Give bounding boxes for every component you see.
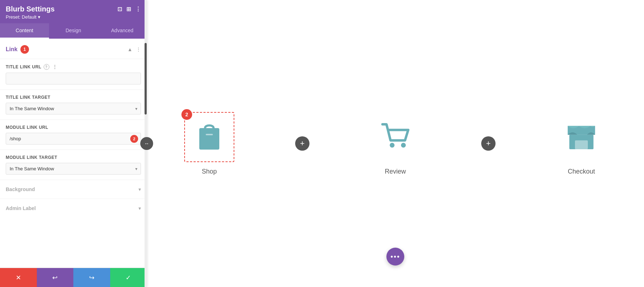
collapse-icon[interactable]: ▲ <box>127 47 132 52</box>
link-section-title: Link 1 <box>6 45 29 54</box>
fab-button[interactable]: ••• <box>386 248 404 266</box>
checkout-icon <box>565 120 597 154</box>
svg-point-3 <box>401 143 406 148</box>
admin-label-arrow: ▾ <box>138 205 141 211</box>
module-link-url-label: Module Link URL <box>6 125 141 130</box>
title-link-target-label: Title Link Target <box>6 95 141 100</box>
tab-advanced[interactable]: Advanced <box>98 23 147 39</box>
background-header[interactable]: Background ▾ <box>0 180 147 199</box>
background-section: Background ▾ <box>0 180 147 199</box>
admin-label-header[interactable]: Admin Label ▾ <box>0 199 147 218</box>
admin-label-title: Admin Label <box>6 205 36 211</box>
module-link-url-group: Module Link URL 2 <box>0 120 147 150</box>
sidebar: Blurb Settings ⊡ ⊞ ⋮ Preset: Default ▾ C… <box>0 0 147 287</box>
title-link-target-select[interactable]: In The Same Window In A New Tab <box>6 103 141 115</box>
tab-design[interactable]: Design <box>49 23 98 39</box>
shop-module-badge: 2 <box>181 109 192 120</box>
svg-rect-1 <box>206 134 213 135</box>
module-link-target-wrapper: In The Same Window In A New Tab <box>6 163 141 175</box>
admin-label-section: Admin Label ▾ <box>0 199 147 218</box>
sidebar-content: Link 1 ▲ ⋮ Title Link URL ? ⋮ Title Link… <box>0 39 147 268</box>
field-more-icon[interactable]: ⋮ <box>52 64 58 70</box>
sidebar-title-row: Blurb Settings ⊡ ⊞ ⋮ <box>6 5 141 13</box>
help-icon[interactable]: ? <box>44 64 49 70</box>
svg-rect-5 <box>575 140 588 149</box>
module-review[interactable]: Review <box>370 112 420 175</box>
review-label: Review <box>385 168 406 175</box>
module-link-url-badge: 2 <box>130 135 138 143</box>
preset-selector[interactable]: Preset: Default ▾ <box>6 14 141 20</box>
module-link-target-group: Module Link Target In The Same Window In… <box>0 150 147 180</box>
save-button[interactable]: ✓ <box>110 268 147 287</box>
redo-button[interactable]: ↪ <box>73 268 110 287</box>
svg-point-2 <box>390 143 395 148</box>
module-link-target-label: Module Link Target <box>6 155 141 160</box>
add-module-btn-1[interactable]: + <box>295 136 309 151</box>
sidebar-header: Blurb Settings ⊡ ⊞ ⋮ Preset: Default ▾ <box>0 0 147 23</box>
module-checkout[interactable]: Checkout <box>556 112 606 175</box>
link-section-header: Link 1 ▲ ⋮ <box>0 39 147 59</box>
drag-handle[interactable]: ↔ <box>140 137 153 150</box>
module-shop[interactable]: 2 Shop <box>184 112 234 175</box>
sidebar-tabs: Content Design Advanced <box>0 23 147 39</box>
sidebar-title: Blurb Settings <box>6 5 55 13</box>
module-link-target-select[interactable]: In The Same Window In A New Tab <box>6 163 141 175</box>
section-more-icon[interactable]: ⋮ <box>136 47 141 52</box>
title-link-target-group: Title Link Target In The Same Window In … <box>0 90 147 120</box>
preset-arrow: ▾ <box>38 14 40 20</box>
shop-icon-wrapper: 2 <box>184 112 234 162</box>
checkout-label: Checkout <box>568 168 595 175</box>
add-module-btn-2[interactable]: + <box>481 136 496 151</box>
main-canvas: 2 Shop + <box>147 0 644 287</box>
bottom-bar: ✕ ↩ ↪ ✓ <box>0 268 147 287</box>
link-badge: 1 <box>20 45 29 54</box>
section-controls: ▲ ⋮ <box>127 47 141 52</box>
title-link-url-input[interactable] <box>6 73 141 84</box>
shop-label: Shop <box>202 168 217 175</box>
tab-content[interactable]: Content <box>0 23 49 39</box>
title-link-target-wrapper: In The Same Window In A New Tab <box>6 103 141 115</box>
review-icon-wrapper <box>370 112 420 162</box>
columns-icon[interactable]: ⊞ <box>126 6 131 13</box>
module-link-url-input[interactable] <box>6 133 141 145</box>
title-link-url-label: Title Link URL ? ⋮ <box>6 64 141 70</box>
module-link-url-wrapper: 2 <box>6 133 141 145</box>
cancel-button[interactable]: ✕ <box>0 268 37 287</box>
undo-button[interactable]: ↩ <box>37 268 74 287</box>
background-arrow: ▾ <box>138 186 141 192</box>
checkout-icon-wrapper <box>556 112 606 162</box>
shop-icon <box>193 120 225 154</box>
sidebar-header-icons: ⊡ ⊞ ⋮ <box>117 6 141 13</box>
fab-label: ••• <box>390 253 400 261</box>
link-title-text: Link <box>6 46 18 53</box>
review-icon <box>379 120 411 154</box>
more-options-icon[interactable]: ⋮ <box>135 6 141 13</box>
background-title: Background <box>6 186 35 192</box>
title-link-url-group: Title Link URL ? ⋮ <box>0 59 147 89</box>
scrollbar-thumb[interactable] <box>145 43 147 115</box>
resize-icon[interactable]: ⊡ <box>117 6 122 13</box>
preset-label: Preset: Default <box>6 14 36 20</box>
svg-rect-0 <box>199 128 219 150</box>
